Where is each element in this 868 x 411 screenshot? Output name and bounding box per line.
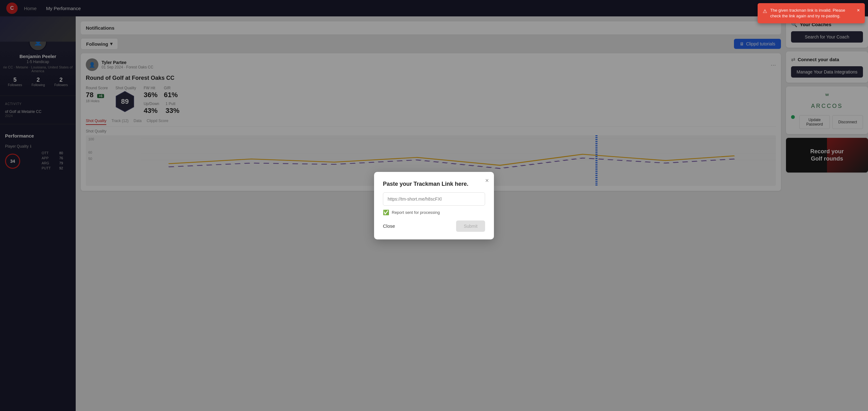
modal-actions: Close Submit [383,220,485,232]
toast-close-button[interactable]: × [857,7,860,13]
modal-close-button[interactable]: Close [383,223,395,229]
modal-title: Paste your Trackman Link here. [383,181,485,187]
toast-message: The given trackman link is invalid. Plea… [770,7,854,19]
error-toast: ⚠ The given trackman link is invalid. Pl… [757,3,865,23]
success-text: Report sent for processing [392,210,440,215]
modal-submit-button[interactable]: Submit [456,220,485,232]
trackman-link-input[interactable] [383,192,485,205]
warning-icon: ⚠ [763,8,767,15]
modal-close-x-button[interactable]: × [485,177,489,184]
modal-success-message: ✅ Report sent for processing [383,210,485,215]
modal-overlay[interactable]: Paste your Trackman Link here. × ✅ Repor… [0,0,868,411]
check-icon: ✅ [383,210,389,215]
trackman-modal: Paste your Trackman Link here. × ✅ Repor… [374,172,494,240]
